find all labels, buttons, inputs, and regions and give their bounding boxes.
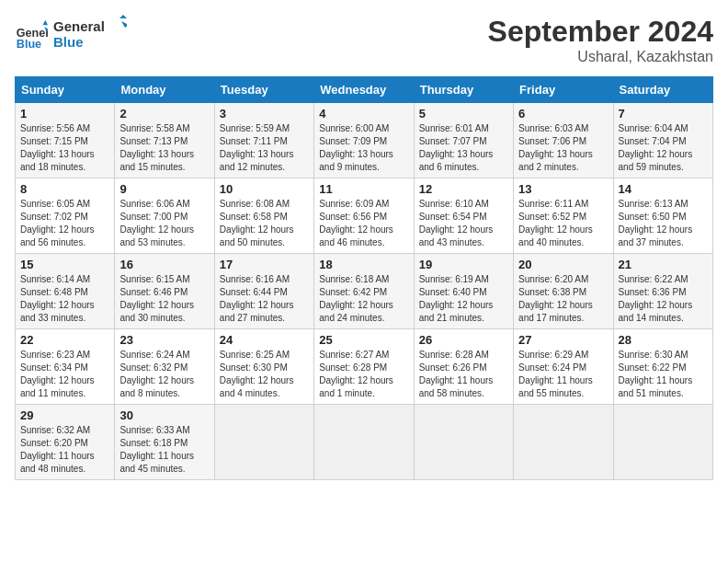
day-detail: Sunrise: 6:22 AMSunset: 6:36 PMDaylight:… [619, 274, 693, 323]
calendar-cell: 9 Sunrise: 6:06 AMSunset: 7:00 PMDayligh… [115, 178, 214, 254]
month-year-title: September 2024 [488, 15, 713, 49]
day-detail: Sunrise: 6:23 AMSunset: 6:34 PMDaylight:… [20, 350, 95, 398]
day-detail: Sunrise: 6:08 AMSunset: 6:58 PMDaylight:… [220, 199, 294, 247]
calendar-cell [514, 405, 613, 480]
day-number: 14 [619, 182, 708, 196]
weekday-header-friday: Friday [514, 77, 613, 103]
day-detail: Sunrise: 6:11 AMSunset: 6:52 PMDaylight:… [518, 199, 593, 247]
day-detail: Sunrise: 6:13 AMSunset: 6:50 PMDaylight:… [619, 199, 693, 247]
calendar-week-row: 1 Sunrise: 5:56 AMSunset: 7:15 PMDayligh… [16, 103, 713, 178]
svg-marker-6 [119, 15, 127, 18]
calendar-cell: 10 Sunrise: 6:08 AMSunset: 6:58 PMDaylig… [214, 178, 313, 254]
day-detail: Sunrise: 6:16 AMSunset: 6:44 PMDaylight:… [220, 274, 294, 323]
day-number: 10 [220, 182, 309, 196]
day-detail: Sunrise: 6:04 AMSunset: 7:04 PMDaylight:… [619, 123, 693, 172]
weekday-header-sunday: Sunday [16, 77, 115, 103]
calendar-cell: 13 Sunrise: 6:11 AMSunset: 6:52 PMDaylig… [514, 178, 613, 254]
svg-text:General: General [53, 18, 105, 34]
day-number: 27 [518, 333, 608, 347]
calendar-cell: 2 Sunrise: 5:58 AMSunset: 7:13 PMDayligh… [115, 103, 214, 178]
day-number: 15 [20, 258, 109, 271]
calendar-cell: 11 Sunrise: 6:09 AMSunset: 6:56 PMDaylig… [314, 178, 414, 254]
day-number: 11 [319, 182, 408, 196]
calendar-cell: 14 Sunrise: 6:13 AMSunset: 6:50 PMDaylig… [613, 178, 712, 254]
day-detail: Sunrise: 6:30 AMSunset: 6:22 PMDaylight:… [619, 350, 693, 398]
day-detail: Sunrise: 6:05 AMSunset: 7:02 PMDaylight:… [20, 199, 95, 247]
calendar-cell: 4 Sunrise: 6:00 AMSunset: 7:09 PMDayligh… [314, 103, 414, 178]
calendar-week-row: 29 Sunrise: 6:32 AMSunset: 6:20 PMDaylig… [16, 405, 713, 480]
day-detail: Sunrise: 6:28 AMSunset: 6:26 PMDaylight:… [419, 350, 494, 398]
day-detail: Sunrise: 6:00 AMSunset: 7:09 PMDaylight:… [319, 123, 393, 172]
day-detail: Sunrise: 6:25 AMSunset: 6:30 PMDaylight:… [220, 350, 294, 398]
svg-text:Blue: Blue [17, 38, 41, 51]
calendar-cell: 8 Sunrise: 6:05 AMSunset: 7:02 PMDayligh… [16, 178, 115, 254]
calendar-cell: 25 Sunrise: 6:27 AMSunset: 6:28 PMDaylig… [314, 329, 414, 405]
weekday-header-row: SundayMondayTuesdayWednesdayThursdayFrid… [16, 77, 713, 103]
calendar-cell: 19 Sunrise: 6:19 AMSunset: 6:40 PMDaylig… [414, 254, 513, 329]
day-number: 13 [518, 182, 608, 196]
day-number: 16 [119, 258, 209, 271]
day-number: 28 [619, 333, 708, 347]
day-detail: Sunrise: 6:18 AMSunset: 6:42 PMDaylight:… [319, 274, 393, 323]
day-detail: Sunrise: 6:01 AMSunset: 7:07 PMDaylight:… [419, 123, 494, 172]
day-number: 30 [119, 408, 209, 422]
weekday-header-monday: Monday [115, 77, 214, 103]
day-detail: Sunrise: 6:32 AMSunset: 6:20 PMDaylight:… [20, 425, 95, 474]
calendar-cell: 29 Sunrise: 6:32 AMSunset: 6:20 PMDaylig… [16, 405, 115, 480]
logo-svg: General Blue [53, 15, 127, 52]
calendar-cell: 1 Sunrise: 5:56 AMSunset: 7:15 PMDayligh… [16, 103, 115, 178]
svg-marker-7 [121, 21, 127, 28]
svg-text:Blue: Blue [53, 34, 84, 50]
calendar-cell: 3 Sunrise: 5:59 AMSunset: 7:11 PMDayligh… [214, 103, 313, 178]
calendar-cell: 27 Sunrise: 6:29 AMSunset: 6:24 PMDaylig… [514, 329, 613, 405]
calendar-cell: 18 Sunrise: 6:18 AMSunset: 6:42 PMDaylig… [314, 254, 414, 329]
calendar-cell: 21 Sunrise: 6:22 AMSunset: 6:36 PMDaylig… [613, 254, 712, 329]
calendar-cell: 26 Sunrise: 6:28 AMSunset: 6:26 PMDaylig… [414, 329, 513, 405]
day-detail: Sunrise: 6:19 AMSunset: 6:40 PMDaylight:… [419, 274, 494, 323]
calendar-cell: 22 Sunrise: 6:23 AMSunset: 6:34 PMDaylig… [16, 329, 115, 405]
day-number: 5 [419, 107, 508, 121]
day-number: 12 [419, 182, 508, 196]
calendar-cell: 6 Sunrise: 6:03 AMSunset: 7:06 PMDayligh… [514, 103, 613, 178]
day-detail: Sunrise: 6:29 AMSunset: 6:24 PMDaylight:… [518, 350, 593, 398]
calendar-cell: 5 Sunrise: 6:01 AMSunset: 7:07 PMDayligh… [414, 103, 513, 178]
logo-icon: General Blue [15, 18, 48, 52]
calendar-cell [314, 405, 414, 480]
title-block: September 2024 Usharal, Kazakhstan [488, 15, 713, 65]
weekday-header-thursday: Thursday [414, 77, 513, 103]
calendar-week-row: 15 Sunrise: 6:14 AMSunset: 6:48 PMDaylig… [16, 254, 713, 329]
logo: General Blue General Blue [15, 15, 127, 55]
day-detail: Sunrise: 5:58 AMSunset: 7:13 PMDaylight:… [119, 123, 194, 172]
day-detail: Sunrise: 5:59 AMSunset: 7:11 PMDaylight:… [220, 123, 294, 172]
day-number: 9 [119, 182, 209, 196]
day-number: 6 [518, 107, 608, 121]
day-detail: Sunrise: 6:27 AMSunset: 6:28 PMDaylight:… [319, 350, 393, 398]
day-detail: Sunrise: 5:56 AMSunset: 7:15 PMDaylight:… [20, 123, 95, 172]
day-number: 25 [319, 333, 408, 347]
day-detail: Sunrise: 6:10 AMSunset: 6:54 PMDaylight:… [419, 199, 494, 247]
calendar-cell [613, 405, 712, 480]
day-detail: Sunrise: 6:20 AMSunset: 6:38 PMDaylight:… [518, 274, 593, 323]
day-number: 29 [20, 408, 109, 422]
calendar-cell: 30 Sunrise: 6:33 AMSunset: 6:18 PMDaylig… [115, 405, 214, 480]
day-number: 24 [220, 333, 309, 347]
day-number: 4 [319, 107, 408, 121]
calendar-cell: 12 Sunrise: 6:10 AMSunset: 6:54 PMDaylig… [414, 178, 513, 254]
day-number: 20 [518, 258, 608, 271]
day-number: 7 [619, 107, 708, 121]
day-detail: Sunrise: 6:03 AMSunset: 7:06 PMDaylight:… [518, 123, 593, 172]
day-detail: Sunrise: 6:33 AMSunset: 6:18 PMDaylight:… [119, 425, 194, 474]
day-number: 22 [20, 333, 109, 347]
calendar-table: SundayMondayTuesdayWednesdayThursdayFrid… [15, 76, 713, 480]
day-number: 21 [619, 258, 708, 271]
day-number: 17 [220, 258, 309, 271]
weekday-header-wednesday: Wednesday [314, 77, 414, 103]
calendar-cell: 20 Sunrise: 6:20 AMSunset: 6:38 PMDaylig… [514, 254, 613, 329]
calendar-cell: 7 Sunrise: 6:04 AMSunset: 7:04 PMDayligh… [613, 103, 712, 178]
calendar-cell [214, 405, 313, 480]
calendar-cell: 23 Sunrise: 6:24 AMSunset: 6:32 PMDaylig… [115, 329, 214, 405]
weekday-header-tuesday: Tuesday [214, 77, 313, 103]
weekday-header-saturday: Saturday [613, 77, 712, 103]
day-number: 3 [220, 107, 309, 121]
day-detail: Sunrise: 6:09 AMSunset: 6:56 PMDaylight:… [319, 199, 393, 247]
